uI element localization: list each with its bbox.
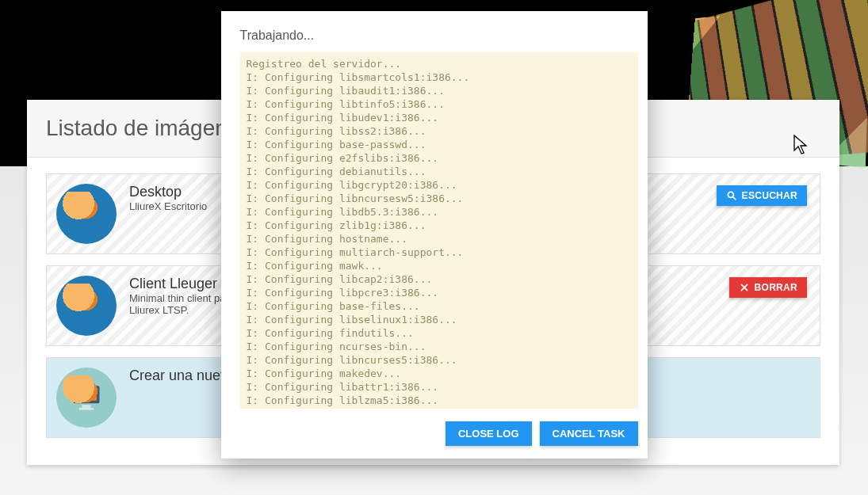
log-scroll-area[interactable]: Registreo del servidor... I: Configuring… [240, 52, 641, 409]
log-output: Registreo del servidor... I: Configuring… [240, 52, 638, 409]
modal-overlay: Trabajando... Registreo del servidor... … [0, 0, 868, 495]
modal-title: Trabajando... [221, 11, 648, 52]
cancel-task-button[interactable]: CANCEL TASK [540, 421, 638, 446]
close-log-button[interactable]: CLOSE LOG [445, 421, 532, 446]
working-modal: Trabajando... Registreo del servidor... … [221, 11, 648, 459]
modal-footer: CLOSE LOG CANCEL TASK [221, 409, 648, 459]
